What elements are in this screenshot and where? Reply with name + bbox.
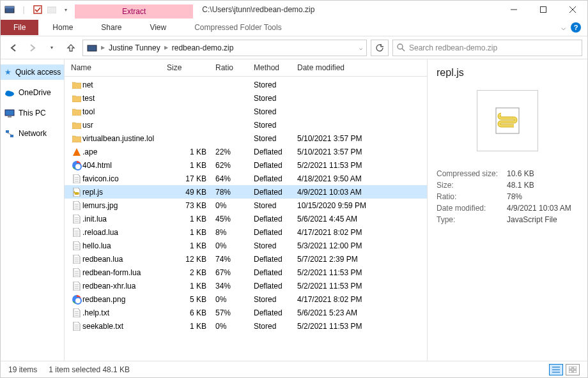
sidebar-item-network[interactable]: Network	[1, 126, 64, 141]
sidebar-item-quick-access[interactable]: ★ Quick access	[1, 64, 64, 80]
file-name: .help.txt	[82, 308, 167, 317]
view-tab[interactable]: View	[135, 20, 180, 35]
file-method: Deflated	[254, 147, 297, 156]
sidebar-item-onedrive[interactable]: OneDrive	[1, 85, 64, 100]
file-ratio: 74%	[215, 255, 254, 264]
file-row[interactable]: .init.lua1 KB45%Deflated5/6/2021 4:45 AM	[65, 212, 427, 225]
col-date[interactable]: Date modified	[297, 63, 393, 72]
file-name: redbean-xhr.lua	[82, 282, 167, 291]
new-folder-icon[interactable]	[47, 4, 57, 15]
file-row[interactable]: 404.html1 KB62%Deflated5/2/2021 11:53 PM	[65, 158, 427, 172]
view-details-button[interactable]	[549, 364, 563, 375]
sidebar-item-this-pc[interactable]: This PC	[1, 105, 64, 121]
recent-dropdown-icon[interactable]: ▾	[44, 40, 59, 56]
search-input[interactable]	[409, 43, 578, 52]
compressed-tools-tab[interactable]: Compressed Folder Tools	[180, 20, 296, 35]
home-tab[interactable]: Home	[38, 20, 87, 35]
search-icon	[397, 43, 405, 52]
column-headers: Name Size Ratio Method Date modified	[65, 59, 427, 77]
file-method: Deflated	[254, 255, 297, 264]
back-button[interactable]	[6, 40, 21, 56]
file-name: redbean.lua	[82, 255, 167, 264]
file-name: redbean-form.lua	[82, 268, 167, 277]
col-ratio[interactable]: Ratio	[215, 63, 254, 72]
file-row[interactable]: redbean-form.lua2 KB67%Deflated5/2/2021 …	[65, 266, 427, 279]
file-date: 5/6/2021 5:23 AM	[297, 308, 393, 317]
minimize-button[interactable]	[499, 1, 529, 19]
file-row[interactable]: favicon.ico17 KB64%Deflated4/18/2021 9:5…	[65, 172, 427, 185]
svg-rect-55	[573, 370, 576, 373]
file-list[interactable]: netStoredtestStoredtoolStoredusrStoredvi…	[65, 77, 427, 361]
refresh-button[interactable]	[371, 40, 389, 56]
script-icon	[492, 105, 523, 136]
view-icons-button[interactable]	[566, 364, 580, 375]
qat-dropdown-icon[interactable]: ▾	[61, 4, 71, 15]
svg-rect-53	[573, 367, 576, 369]
file-tab[interactable]: File	[1, 20, 38, 35]
file-row[interactable]: lemurs.jpg73 KB0%Stored10/15/2020 9:59 P…	[65, 199, 427, 212]
file-row[interactable]: .help.txt6 KB57%Deflated5/6/2021 5:23 AM	[65, 306, 427, 319]
extract-context-tab[interactable]: Extract	[75, 4, 193, 19]
file-icon	[71, 201, 82, 210]
file-date: 5/10/2021 3:57 PM	[297, 134, 393, 143]
chevron-right-icon[interactable]: ▶	[101, 45, 105, 50]
share-tab[interactable]: Share	[87, 20, 135, 35]
breadcrumb-1[interactable]: redbean-demo.zip	[172, 43, 234, 52]
file-name: repl.js	[82, 188, 167, 197]
file-date: 4/18/2021 9:50 AM	[297, 174, 393, 183]
file-row[interactable]: usrStored	[65, 118, 427, 132]
file-row[interactable]: .ape1 KB22%Deflated5/10/2021 3:57 PM	[65, 145, 427, 158]
file-row[interactable]: hello.lua1 KB0%Stored5/3/2021 12:00 PM	[65, 239, 427, 252]
sidebar-item-label: OneDrive	[19, 88, 51, 97]
cloud-icon	[4, 87, 15, 98]
col-size[interactable]: Size	[167, 63, 215, 72]
file-method: Stored	[254, 80, 297, 89]
file-size: 1 KB	[167, 241, 215, 250]
svg-rect-52	[569, 367, 572, 369]
folder-icon	[71, 94, 82, 102]
file-size: 6 KB	[167, 308, 215, 317]
svg-rect-2	[34, 6, 42, 13]
checkbox-icon[interactable]	[33, 4, 43, 15]
file-row[interactable]: seekable.txt1 KB0%Stored5/2/2021 11:53 P…	[65, 319, 427, 333]
ribbon-collapse-icon[interactable]: ⌵	[561, 23, 566, 32]
search-box[interactable]	[392, 40, 582, 56]
svg-rect-13	[5, 110, 14, 116]
detail-value-date: 4/9/2021 10:03 AM	[507, 204, 578, 213]
file-row[interactable]: toolStored	[65, 105, 427, 118]
file-method: Stored	[254, 295, 297, 304]
file-icon	[71, 282, 82, 291]
file-row[interactable]: redbean.png5 KB0%Stored4/17/2021 8:02 PM	[65, 292, 427, 306]
file-row[interactable]: .reload.lua1 KB8%Deflated4/17/2021 8:02 …	[65, 225, 427, 239]
breadcrumb-0[interactable]: Justine Tunney	[109, 43, 160, 52]
address-dropdown-icon[interactable]: ⌵	[359, 45, 362, 51]
file-method: Deflated	[254, 215, 297, 223]
forward-button[interactable]	[25, 40, 40, 56]
sidebar-item-label: Quick access	[15, 68, 61, 77]
file-row[interactable]: testStored	[65, 91, 427, 105]
col-name[interactable]: Name	[71, 63, 167, 72]
file-icon	[71, 215, 82, 223]
help-icon[interactable]: ?	[571, 22, 581, 33]
file-row[interactable]: redbean-xhr.lua1 KB34%Deflated5/2/2021 1…	[65, 279, 427, 292]
file-row[interactable]: netStored	[65, 78, 427, 91]
close-button[interactable]	[558, 1, 587, 19]
file-icon	[71, 268, 82, 277]
address-bar[interactable]: ▶ Justine Tunney ▶ redbean-demo.zip ⌵	[82, 40, 367, 56]
chevron-right-icon[interactable]: ▶	[164, 45, 168, 50]
file-method: Deflated	[254, 268, 297, 277]
chrome-icon	[71, 161, 82, 170]
up-button[interactable]	[63, 40, 79, 56]
file-row[interactable]: repl.js49 KB78%Deflated4/9/2021 10:03 AM	[65, 185, 427, 199]
file-method: Stored	[254, 94, 297, 103]
detail-label-size: Size:	[437, 181, 507, 190]
svg-rect-1	[5, 6, 14, 8]
file-name: .reload.lua	[82, 228, 167, 237]
file-row[interactable]: virtualbean.justine.lolStored5/10/2021 3…	[65, 132, 427, 145]
maximize-button[interactable]	[529, 1, 558, 19]
col-method[interactable]: Method	[254, 63, 297, 72]
details-title: repl.js	[437, 67, 578, 79]
file-ratio: 22%	[215, 147, 254, 156]
svg-rect-15	[6, 130, 9, 133]
file-row[interactable]: redbean.lua12 KB74%Deflated5/7/2021 2:39…	[65, 252, 427, 266]
